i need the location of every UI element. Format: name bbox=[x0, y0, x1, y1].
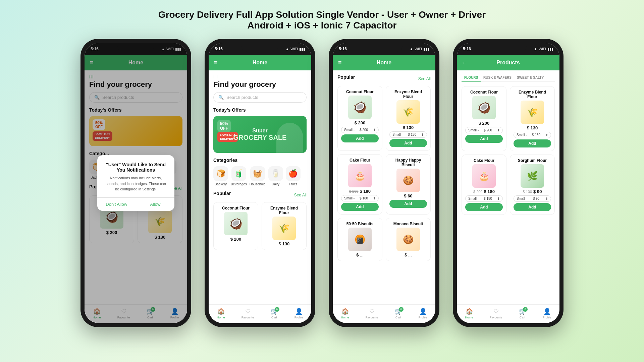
product-cake-4: Cake Flour 🎂 $ 200 $ 180 Small -$ 180⬆ A… bbox=[462, 155, 506, 215]
bottom-nav-4: 🏠Home ♡Favourite 🛒0Cart 👤Profile bbox=[457, 304, 559, 323]
categories-title-2: Categories bbox=[213, 158, 307, 163]
back-icon-4[interactable]: ← bbox=[462, 60, 467, 66]
nav-title-2: Home bbox=[253, 60, 267, 66]
top-nav-2: ≡ Home bbox=[209, 55, 311, 70]
dont-allow-button[interactable]: Don't Allow bbox=[97, 198, 136, 211]
category-dairy-2[interactable]: 🥛Dairy bbox=[268, 166, 283, 186]
phones-row: 5:16 ▲WiFi▮▮▮ ≡ Home Hi Find your grocer… bbox=[80, 39, 564, 327]
banner-2: 50%OFF SAME DAYDELIVERY Super GROCERY SA… bbox=[213, 116, 307, 153]
top-nav-4: ← Products bbox=[457, 55, 559, 70]
menu-icon-3[interactable]: ≡ bbox=[338, 59, 342, 66]
nav-home-4[interactable]: 🏠Home bbox=[465, 308, 473, 319]
product-sorghum-4: Sorghum Flour 🌿 $ 100 $ 90 Small -$ 90⬆ … bbox=[510, 155, 555, 215]
add-btn-cake-3[interactable]: Add bbox=[341, 203, 379, 211]
nav-fav-2[interactable]: ♡Favourite bbox=[241, 308, 254, 319]
size-row-sorghum-4[interactable]: Small -$ 90⬆ bbox=[514, 195, 551, 202]
add-btn-cake-4[interactable]: Add bbox=[465, 203, 503, 211]
see-all-3[interactable]: See All bbox=[418, 76, 431, 81]
notification-dialog: "User" Would Like to Send You Notificati… bbox=[97, 155, 174, 211]
nav-cart-2[interactable]: 🛒0Cart bbox=[271, 308, 278, 319]
phone-2: 5:16 ▲WiFi▮▮▮ ≡ Home Hi Find your grocer… bbox=[205, 39, 315, 327]
status-time-3: 5:16 bbox=[339, 47, 347, 51]
product-monaco-3: Monaco Biscuit 🍪 $ ... bbox=[386, 218, 431, 261]
nav-cart-3[interactable]: 🛒0Cart bbox=[395, 308, 402, 319]
allow-button[interactable]: Allow bbox=[136, 198, 175, 211]
product-enzyme-4: Enzyme Blend Flour 🌾 $ 130 Small -$ 130⬆… bbox=[510, 86, 555, 151]
size-row[interactable]: Small -$ 180⬆ bbox=[341, 195, 379, 201]
add-btn-coconut-4[interactable]: Add bbox=[465, 135, 503, 143]
screen-content-2: Hi Find your grocery 🔍 Search products T… bbox=[209, 70, 311, 304]
nav-profile-2[interactable]: 👤Profile bbox=[294, 308, 303, 319]
phone-3: 5:16 ▲WiFi▮▮▮ ≡ Home Popular See All Coc… bbox=[329, 39, 439, 327]
dialog-buttons: Don't Allow Allow bbox=[97, 197, 174, 211]
page-title-line1: Grocery Delivery Full App Solution Singl… bbox=[158, 9, 486, 20]
product-cake-3: Cake Flour 🎂 $ 200 $ 180 Small -$ 180⬆ A… bbox=[337, 154, 382, 215]
bottom-nav-2: 🏠Home ♡Favourite 🛒0Cart 👤Profile bbox=[209, 304, 311, 323]
product-grid-3: Coconut Flour 🥥 $ 200 Small -$ 200⬆ Add … bbox=[337, 86, 431, 261]
status-time-2: 5:16 bbox=[215, 47, 223, 51]
screen-content-4: FLOURS RUSK & WAFERS SWEET & SALTY Cocon… bbox=[457, 70, 559, 304]
notification-overlay: "User" Would Like to Send You Notificati… bbox=[85, 43, 187, 323]
search-bar-2[interactable]: 🔍 Search products bbox=[213, 92, 307, 103]
add-btn-coconut-3[interactable]: Add bbox=[341, 134, 379, 142]
product-5050-3: 50-50 Biscuits 🍘 $ ... bbox=[337, 218, 382, 261]
popular-title-2: Popular bbox=[213, 191, 231, 196]
product-enzyme-2: Enzyme Blend Flour 🌾 $ 130 bbox=[262, 202, 307, 250]
status-icons-3: ▲WiFi▮▮▮ bbox=[410, 47, 429, 51]
size-row[interactable]: Small -$ 130⬆ bbox=[389, 131, 427, 138]
top-nav-3: ≡ Home bbox=[333, 55, 435, 70]
nav-title-4: Products bbox=[496, 60, 520, 66]
category-fruits-2[interactable]: 🍎Fruits bbox=[286, 166, 301, 186]
product-happy-3: Happy Happy Biscuit 🍪 $ 60 Add bbox=[386, 154, 431, 215]
nav-title-3: Home bbox=[377, 60, 391, 66]
tab-rusk[interactable]: RUSK & WAFERS bbox=[481, 74, 514, 82]
see-all-2[interactable]: See All bbox=[294, 193, 307, 197]
categories-2: 🍞Backery 🧃Beverages 🧺Household 🥛Dairy 🍎F… bbox=[213, 166, 307, 186]
search-icon-2: 🔍 bbox=[218, 95, 224, 100]
phone-4: 5:16 ▲WiFi▮▮▮ ← Products FLOURS RUSK & W… bbox=[453, 39, 564, 327]
product-grid-4: Coconut Flour 🥥 $ 200 Small -$ 200⬆ Add … bbox=[462, 86, 555, 215]
add-btn-happy-3[interactable]: Add bbox=[389, 200, 427, 208]
nav-cart-4[interactable]: 🛒0Cart bbox=[519, 308, 526, 319]
add-btn-enzyme-3[interactable]: Add bbox=[389, 139, 427, 147]
today-offers-2: Today's Offers bbox=[213, 107, 307, 113]
status-icons-2: ▲WiFi▮▮▮ bbox=[285, 47, 305, 51]
category-household-2[interactable]: 🧺Household bbox=[250, 166, 266, 186]
product-coconut-3: Coconut Flour 🥥 $ 200 Small -$ 200⬆ Add bbox=[337, 86, 382, 151]
search-placeholder-2: Search products bbox=[226, 95, 258, 100]
phone-1: 5:16 ▲WiFi▮▮▮ ≡ Home Hi Find your grocer… bbox=[80, 39, 191, 327]
page-title-line2: Android + iOS + Ionic 7 Capacitor bbox=[158, 20, 486, 31]
popular-title-3: Popular bbox=[337, 74, 355, 80]
add-btn-sorghum-4[interactable]: Add bbox=[514, 203, 551, 211]
nav-home-2[interactable]: 🏠Home bbox=[217, 308, 225, 319]
hi-text-2: Hi bbox=[213, 74, 307, 79]
category-backery-2[interactable]: 🍞Backery bbox=[213, 166, 228, 186]
product-coconut-2: Coconut Flour 🥥 $ 200 bbox=[213, 202, 258, 250]
category-beverages-2[interactable]: 🧃Beverages bbox=[231, 166, 247, 186]
dialog-title: "User" Would Like to Send You Notificati… bbox=[103, 162, 168, 173]
size-row-coconut-4[interactable]: Small -$ 200⬆ bbox=[465, 127, 503, 133]
nav-fav-3[interactable]: ♡Favourite bbox=[366, 308, 378, 319]
status-icons-4: ▲WiFi▮▮▮ bbox=[534, 47, 553, 51]
tab-flours[interactable]: FLOURS bbox=[462, 74, 481, 82]
nav-home-3[interactable]: 🏠Home bbox=[341, 308, 349, 319]
size-row[interactable]: Small -$ 200⬆ bbox=[341, 127, 379, 133]
find-grocery-2: Find your grocery bbox=[213, 80, 307, 89]
tabs-row-4: FLOURS RUSK & WAFERS SWEET & SALTY bbox=[462, 74, 555, 82]
menu-icon-2[interactable]: ≡ bbox=[214, 59, 218, 66]
bottom-nav-3: 🏠Home ♡Favourite 🛒0Cart 👤Profile bbox=[333, 304, 435, 323]
nav-fav-4[interactable]: ♡Favourite bbox=[490, 308, 502, 319]
size-row-enzyme-4[interactable]: Small -$ 130⬆ bbox=[514, 132, 551, 138]
page-header: Grocery Delivery Full App Solution Singl… bbox=[158, 9, 486, 31]
screen-content-3: Popular See All Coconut Flour 🥥 $ 200 Sm… bbox=[333, 70, 435, 304]
nav-profile-4[interactable]: 👤Profile bbox=[543, 308, 551, 319]
status-time-4: 5:16 bbox=[463, 47, 471, 51]
dialog-body: Notifications may include alerts, sounds… bbox=[103, 175, 168, 192]
product-grid-2: Coconut Flour 🥥 $ 200 Enzyme Blend Flour… bbox=[213, 202, 307, 250]
product-coconut-4: Coconut Flour 🥥 $ 200 Small -$ 200⬆ Add bbox=[462, 86, 506, 151]
add-btn-enzyme-4[interactable]: Add bbox=[514, 139, 551, 147]
tab-sweet[interactable]: SWEET & SALTY bbox=[514, 74, 546, 82]
nav-profile-3[interactable]: 👤Profile bbox=[419, 308, 427, 319]
size-row-cake-4[interactable]: Small -$ 180⬆ bbox=[465, 195, 503, 202]
product-enzyme-3: Enzyme Blend Flour 🌾 $ 130 Small -$ 130⬆… bbox=[386, 86, 431, 151]
